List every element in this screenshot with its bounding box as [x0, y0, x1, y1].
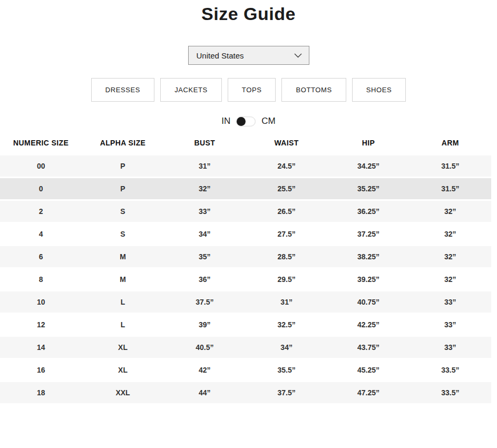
table-cell: 34”	[246, 337, 327, 359]
table-cell: 35.5”	[246, 359, 327, 382]
size-table-body: 00P31”24.5”34.25”31.5”0P32”25.5”35.25”31…	[0, 155, 491, 405]
table-cell: 45.25”	[327, 359, 409, 382]
table-cell: 27.5”	[246, 223, 327, 246]
column-header-arm: ARM	[410, 135, 491, 155]
category-tabs: DRESSES JACKETS TOPS BOTTOMS SHOES	[0, 78, 497, 102]
unit-label-in: IN	[221, 116, 230, 126]
table-cell: 32”	[164, 178, 246, 201]
column-header-bust: BUST	[164, 135, 246, 155]
table-cell: 31”	[164, 155, 246, 178]
table-cell: L	[82, 291, 163, 314]
table-cell: XXL	[82, 382, 163, 405]
table-row: 6M35”28.5”38.25”32”	[0, 246, 491, 269]
table-cell: 34”	[164, 223, 246, 246]
column-header-numeric-size: NUMERIC SIZE	[0, 135, 82, 155]
table-cell: 33”	[410, 314, 491, 337]
table-row: 2S33”26.5”36.25”32”	[0, 201, 491, 223]
table-cell: 35”	[164, 246, 246, 269]
table-cell: 33.5”	[410, 382, 491, 405]
table-cell: 32”	[410, 246, 491, 269]
country-select-value: United States	[197, 51, 244, 60]
table-cell: S	[82, 223, 163, 246]
table-cell: 32”	[410, 223, 491, 246]
table-cell: 34.25”	[327, 155, 409, 178]
table-cell: 33”	[164, 201, 246, 223]
table-cell: 32”	[410, 201, 491, 223]
table-cell: 37.25”	[327, 223, 409, 246]
table-cell: 25.5”	[246, 178, 327, 201]
table-cell: 36”	[164, 269, 246, 291]
unit-label-cm: CM	[261, 116, 275, 126]
size-table: NUMERIC SIZE ALPHA SIZE BUST WAIST HIP A…	[0, 135, 491, 405]
table-cell: 39.25”	[327, 269, 409, 291]
table-cell: 26.5”	[246, 201, 327, 223]
table-cell: 33.5”	[410, 359, 491, 382]
table-cell: 42.25”	[327, 314, 409, 337]
table-cell: 33”	[410, 337, 491, 359]
category-button-shoes[interactable]: SHOES	[352, 78, 406, 102]
table-row: 8M36”29.5”39.25”32”	[0, 269, 491, 291]
country-select-row: United States	[0, 46, 497, 65]
column-header-hip: HIP	[327, 135, 409, 155]
table-cell: 40.5”	[164, 337, 246, 359]
toggle-knob-icon	[237, 117, 246, 126]
unit-toggle-switch[interactable]	[236, 116, 256, 126]
category-button-tops[interactable]: TOPS	[228, 78, 276, 102]
table-cell: 43.75”	[327, 337, 409, 359]
table-cell: 40.75”	[327, 291, 409, 314]
table-cell: 42”	[164, 359, 246, 382]
table-cell: 32.5”	[246, 314, 327, 337]
table-cell: 38.25”	[327, 246, 409, 269]
table-cell: 47.25”	[327, 382, 409, 405]
table-cell: 18	[0, 382, 82, 405]
table-cell: 35.25”	[327, 178, 409, 201]
table-cell: 31”	[246, 291, 327, 314]
table-cell: P	[82, 155, 163, 178]
table-cell: 31.5”	[410, 155, 491, 178]
header-row: NUMERIC SIZE ALPHA SIZE BUST WAIST HIP A…	[0, 135, 491, 155]
table-cell: M	[82, 269, 163, 291]
page-title: Size Guide	[0, 0, 497, 24]
category-button-jackets[interactable]: JACKETS	[160, 78, 222, 102]
table-cell: 6	[0, 246, 82, 269]
size-table-header: NUMERIC SIZE ALPHA SIZE BUST WAIST HIP A…	[0, 135, 491, 155]
category-button-dresses[interactable]: DRESSES	[91, 78, 154, 102]
table-cell: 10	[0, 291, 82, 314]
table-cell: XL	[82, 337, 163, 359]
table-cell: P	[82, 178, 163, 201]
table-row: 10L37.5”31”40.75”33”	[0, 291, 491, 314]
column-header-waist: WAIST	[246, 135, 327, 155]
unit-toggle-row: IN CM	[0, 116, 497, 126]
table-row: 14XL40.5”34”43.75”33”	[0, 337, 491, 359]
column-header-alpha-size: ALPHA SIZE	[82, 135, 163, 155]
table-cell: 37.5”	[246, 382, 327, 405]
table-cell: 00	[0, 155, 82, 178]
table-cell: 29.5”	[246, 269, 327, 291]
chevron-down-icon	[294, 53, 302, 58]
table-row: 12L39”32.5”42.25”33”	[0, 314, 491, 337]
table-row: 4S34”27.5”37.25”32”	[0, 223, 491, 246]
table-cell: 37.5”	[164, 291, 246, 314]
table-cell: M	[82, 246, 163, 269]
table-cell: 31.5”	[410, 178, 491, 201]
table-row: 18XXL44”37.5”47.25”33.5”	[0, 382, 491, 405]
category-button-bottoms[interactable]: BOTTOMS	[281, 78, 346, 102]
table-cell: 36.25”	[327, 201, 409, 223]
size-guide-page: Size Guide United States DRESSES JACKETS…	[0, 0, 497, 405]
table-cell: 8	[0, 269, 82, 291]
table-cell: 12	[0, 314, 82, 337]
table-cell: 28.5”	[246, 246, 327, 269]
country-select[interactable]: United States	[188, 46, 309, 65]
table-cell: 14	[0, 337, 82, 359]
table-cell: 32”	[410, 269, 491, 291]
table-cell: 4	[0, 223, 82, 246]
table-cell: S	[82, 201, 163, 223]
table-cell: XL	[82, 359, 163, 382]
table-cell: L	[82, 314, 163, 337]
table-cell: 0	[0, 178, 82, 201]
table-cell: 33”	[410, 291, 491, 314]
table-cell: 2	[0, 201, 82, 223]
table-row: 0P32”25.5”35.25”31.5”	[0, 178, 491, 201]
table-cell: 44”	[164, 382, 246, 405]
table-cell: 16	[0, 359, 82, 382]
